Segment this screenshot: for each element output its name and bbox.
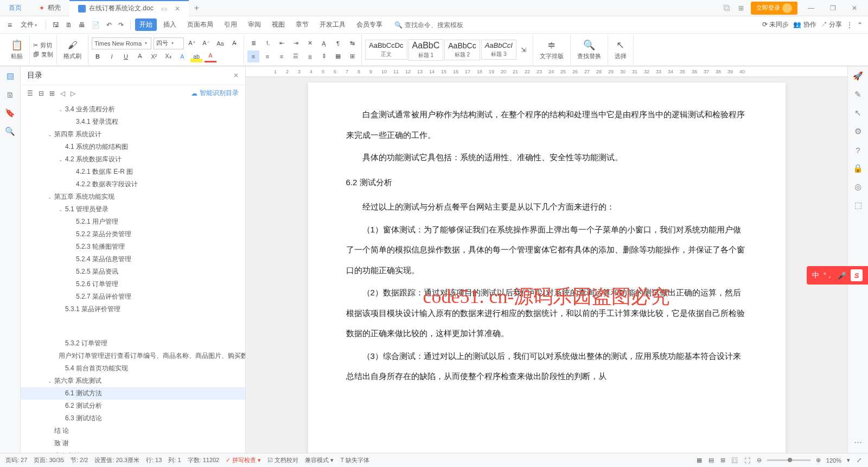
- preview-icon[interactable]: 📄: [90, 21, 102, 29]
- toc-item[interactable]: 结 论: [21, 425, 245, 437]
- settings-icon[interactable]: ⚙: [853, 126, 864, 137]
- toc-left-icon[interactable]: ◁: [60, 90, 65, 97]
- bold-icon[interactable]: B: [92, 51, 104, 62]
- superscript-icon[interactable]: X²: [148, 51, 160, 62]
- styles-more-icon[interactable]: ⇲: [518, 44, 529, 56]
- collapse-ribbon-icon[interactable]: ⌃: [857, 21, 863, 29]
- showmarks-icon[interactable]: ¶: [332, 37, 344, 49]
- login-button[interactable]: 立即登录: [751, 2, 797, 15]
- toc-item[interactable]: 5.2.7 菜品评价管理: [21, 291, 245, 303]
- command-search[interactable]: 🔍: [394, 21, 481, 29]
- toc-item[interactable]: ⌄第四章 系统设计: [21, 128, 245, 141]
- strike-icon[interactable]: A̵: [134, 51, 146, 62]
- rocket-icon[interactable]: 🚀: [853, 71, 864, 81]
- view-print-icon[interactable]: ▦: [695, 457, 703, 464]
- toc-item[interactable]: 5.2.3 轮播图管理: [21, 241, 245, 253]
- tab-menu-icon[interactable]: ▭: [161, 5, 167, 12]
- minimize-button[interactable]: —: [803, 4, 819, 12]
- toc-item[interactable]: ⌄4.2 系统数据库设计: [21, 153, 245, 166]
- menu-references[interactable]: 引用: [220, 18, 241, 31]
- clear-format-icon[interactable]: A̶: [228, 37, 240, 49]
- ime-indicator[interactable]: 中 °， 🎤 S: [807, 266, 868, 285]
- layout-icon[interactable]: ⿻: [723, 4, 731, 12]
- page-icon[interactable]: 🗎: [5, 89, 16, 100]
- toc-item[interactable]: 5.2.4 菜品信息管理: [21, 253, 245, 266]
- save-icon[interactable]: 🖫: [50, 21, 61, 29]
- subscript-icon[interactable]: X₂: [162, 51, 174, 62]
- zoom-level[interactable]: 120%: [826, 457, 841, 464]
- compat-mode-button[interactable]: 兼容模式 ▾: [305, 456, 334, 464]
- style-heading1[interactable]: AaBbC标题 1: [409, 39, 444, 61]
- change-case-icon[interactable]: Aa: [214, 37, 226, 49]
- unsynced-status[interactable]: ⟳ 未同步: [762, 20, 789, 29]
- increase-font-icon[interactable]: A⁺: [186, 37, 198, 49]
- status-row[interactable]: 行: 13: [146, 456, 162, 464]
- status-col[interactable]: 列: 1: [168, 456, 181, 464]
- lock-icon[interactable]: 🔒: [853, 163, 864, 174]
- zoom-in-icon[interactable]: ⊕: [815, 457, 822, 464]
- horizontal-ruler[interactable]: 1234567891011121314151617181920212223242…: [246, 66, 847, 77]
- toc-item[interactable]: ⌄5.1 管理员登录: [21, 203, 245, 216]
- menu-devtools[interactable]: 开发工具: [315, 18, 350, 31]
- status-section[interactable]: 节: 2/2: [71, 456, 88, 464]
- document-page[interactable]: 白盒测试通常被用户称作为结构测试，在整个程序的结构和处理当中它是由程序当中的逻辑…: [308, 83, 786, 453]
- file-menu[interactable]: 文件▾: [16, 18, 41, 31]
- toc-item[interactable]: 4.2.1 数据库 E-R 图: [21, 166, 245, 178]
- view-fullscreen-icon[interactable]: ⛶: [743, 457, 751, 464]
- numbering-icon[interactable]: ⒈: [261, 37, 273, 49]
- toc-item[interactable]: 3.4.1 登录流程: [21, 116, 245, 128]
- tabs-icon[interactable]: ↹: [346, 37, 358, 49]
- status-wordcount[interactable]: 字数: 11202: [188, 456, 220, 464]
- toc-close-icon[interactable]: ✕: [233, 72, 239, 79]
- menu-layout[interactable]: 页面布局: [183, 18, 218, 31]
- menu-view[interactable]: 视图: [267, 18, 289, 31]
- decrease-font-icon[interactable]: A⁻: [200, 37, 212, 49]
- text-tools-icon[interactable]: ✕: [304, 37, 316, 49]
- style-heading2[interactable]: AaBbCc标题 2: [444, 40, 480, 60]
- view-read-icon[interactable]: ▤: [707, 457, 715, 464]
- zoom-slider[interactable]: [767, 459, 810, 461]
- toc-item[interactable]: 4.1 系统的功能结构图: [21, 141, 245, 153]
- toc-smart-recognize[interactable]: ☁智能识别目录: [191, 89, 239, 98]
- tab-daoke[interactable]: ✦稻壳: [30, 0, 69, 16]
- outline-icon[interactable]: ▤: [5, 71, 16, 81]
- align-right-icon[interactable]: ≡: [276, 51, 288, 62]
- toc-item[interactable]: 5.4 前台首页功能实现: [21, 362, 245, 375]
- view-outline-icon[interactable]: ⿴: [731, 457, 739, 464]
- menu-chapter[interactable]: 章节: [291, 18, 313, 31]
- toc-item[interactable]: 致 谢: [21, 437, 245, 450]
- menu-start[interactable]: 开始: [135, 18, 157, 31]
- help-icon[interactable]: ?: [853, 144, 864, 155]
- sort-icon[interactable]: Ą: [318, 37, 330, 49]
- copy-button[interactable]: 🗐 复制: [33, 51, 53, 59]
- target-icon[interactable]: ◎: [853, 181, 864, 192]
- print-icon[interactable]: 🖶: [76, 21, 87, 29]
- pointer-icon[interactable]: ↖: [853, 108, 864, 118]
- bullets-icon[interactable]: ≣: [247, 37, 259, 49]
- toc-right-icon[interactable]: ▷: [71, 90, 75, 97]
- font-name-select[interactable]: Times New Roma▾: [92, 37, 151, 49]
- format-painter-button[interactable]: 🖌格式刷: [60, 40, 85, 60]
- zoom-out-icon[interactable]: ⊖: [756, 457, 763, 464]
- bookmark-icon[interactable]: 🔖: [5, 108, 16, 118]
- status-page-code[interactable]: 页码: 27: [5, 456, 27, 464]
- apps-icon[interactable]: ⊞: [737, 4, 745, 12]
- status-setvalue[interactable]: 设置值: 20.3厘米: [94, 456, 139, 464]
- shading-icon[interactable]: ▦: [332, 51, 344, 62]
- distribute-icon[interactable]: ⫼: [304, 51, 316, 62]
- search-input[interactable]: [405, 21, 481, 29]
- toc-item[interactable]: 5.2.6 订单管理: [21, 278, 245, 291]
- doc-check-button[interactable]: ☑ 文档校对: [267, 456, 298, 464]
- decrease-indent-icon[interactable]: ⇤: [276, 37, 288, 49]
- zoom-thumb[interactable]: [788, 458, 792, 462]
- style-normal[interactable]: AaBbCcDc正文: [365, 40, 407, 60]
- redo-icon[interactable]: ↷: [116, 21, 126, 29]
- view-web-icon[interactable]: ⊞: [719, 457, 726, 464]
- collab-button[interactable]: 👥 协作: [793, 20, 816, 29]
- fit-icon[interactable]: ⤢: [856, 457, 863, 464]
- zoom-menu-icon[interactable]: ▾: [846, 457, 851, 464]
- align-center-icon[interactable]: ≡: [261, 51, 273, 62]
- toc-item[interactable]: ⌄第六章 系统测试: [21, 375, 245, 387]
- toc-refresh-icon[interactable]: ☰: [27, 90, 33, 97]
- font-color-icon[interactable]: A: [205, 51, 216, 62]
